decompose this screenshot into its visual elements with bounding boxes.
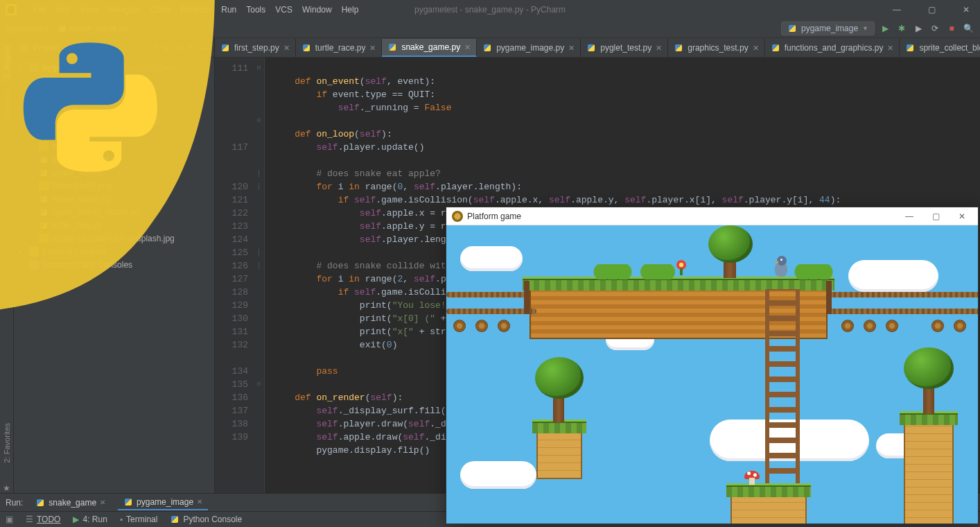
editor-tab[interactable]: pygame_image.py✕ bbox=[477, 39, 581, 57]
editor-tab[interactable]: turtle_race.py✕ bbox=[296, 39, 383, 57]
main-menu: File Edit View Navigate Code Refactor Ru… bbox=[33, 5, 358, 15]
tab-label: first_step.py bbox=[234, 43, 279, 53]
file-icon bbox=[39, 89, 49, 98]
menu-refactor[interactable]: Refactor bbox=[180, 5, 211, 15]
menu-code[interactable]: Code bbox=[150, 5, 170, 15]
tree-label: v2osk-1Z2niiBPg5A-unsplash.jpg bbox=[52, 234, 175, 243]
player-bird bbox=[771, 254, 791, 277]
tree-item[interactable]: intermed… …n_pygame.png bbox=[14, 113, 214, 126]
locate-icon[interactable]: ⊙ bbox=[175, 43, 182, 53]
status-run[interactable]: ▶4: Run bbox=[73, 515, 107, 524]
minimize-button[interactable]: — bbox=[899, 211, 920, 221]
tree-item[interactable]: graphic… bbox=[14, 100, 214, 113]
side-tab-favorites[interactable]: 2: Favorites bbox=[1, 420, 12, 465]
status-python-console[interactable]: Python Console bbox=[170, 515, 242, 524]
tree-item[interactable]: ▸venv bbox=[14, 74, 214, 87]
status-terminal[interactable]: ▪Terminal bbox=[120, 515, 158, 524]
collapse-icon[interactable]: ⊖ bbox=[163, 43, 170, 53]
editor-tab[interactable]: pyglet_test.py✕ bbox=[581, 39, 668, 57]
close-icon[interactable]: ✕ bbox=[887, 44, 893, 53]
menu-view[interactable]: View bbox=[80, 5, 98, 15]
debug-button[interactable]: ✱ bbox=[895, 22, 908, 35]
editor-tab[interactable]: sprite_collect_blocks.py✕ bbox=[900, 39, 980, 57]
menu-help[interactable]: Help bbox=[342, 5, 359, 15]
menu-navigate[interactable]: Navigate bbox=[108, 5, 141, 15]
crumb-file[interactable]: snake_game.py bbox=[69, 24, 128, 33]
side-tab-project[interactable]: 1: Project bbox=[1, 44, 12, 81]
editor-tab[interactable]: snake_game.py✕ bbox=[382, 39, 477, 57]
menu-edit[interactable]: Edit bbox=[56, 5, 71, 15]
tree-item[interactable]: pyglet_test.py bbox=[14, 166, 214, 179]
tree-label: pygametest bbox=[42, 62, 89, 72]
close-icon[interactable]: ✕ bbox=[464, 43, 471, 52]
chevron-icon: ▸ bbox=[29, 77, 35, 84]
python-file-icon bbox=[387, 42, 397, 52]
close-icon[interactable]: ✕ bbox=[100, 499, 105, 506]
project-tree: ▾ pygametest ~/anaconda3/pygam ▸venv…gra… bbox=[14, 58, 214, 274]
game-titlebar[interactable]: Platform game — ▢ ✕ bbox=[446, 207, 978, 225]
hide-icon[interactable]: — bbox=[200, 43, 209, 53]
search-everywhere-icon[interactable]: 🔍 bbox=[962, 22, 974, 35]
tree-item[interactable]: kivy_test.py bbox=[14, 126, 214, 139]
game-title: Platform game bbox=[467, 211, 521, 221]
stop-button[interactable]: ■ bbox=[945, 22, 958, 35]
coverage-button[interactable]: ▶ bbox=[912, 22, 925, 35]
file-icon bbox=[39, 207, 49, 217]
menu-run[interactable]: Run bbox=[221, 5, 236, 15]
run-tab-snake[interactable]: snake_game ✕ bbox=[30, 496, 111, 510]
tree-external-libs[interactable]: ▸ External Libraries bbox=[14, 245, 214, 258]
tree-item[interactable]: v2osk-1Z2niiBPg5A-unsplash.jpg bbox=[14, 232, 214, 245]
side-tab-structure[interactable]: 7: Structure bbox=[1, 88, 12, 133]
breadcrumb: pygametest › snake_game.py bbox=[6, 24, 128, 33]
run-button[interactable]: ▶ bbox=[879, 22, 891, 35]
tool-window-toggle-icon[interactable]: ▣ bbox=[6, 515, 13, 524]
menu-vcs[interactable]: VCS bbox=[275, 5, 292, 15]
maximize-button[interactable]: ▢ bbox=[918, 0, 945, 19]
run-tab-pygame-image[interactable]: pygame_image ✕ bbox=[118, 495, 208, 510]
tree-item[interactable]: … bbox=[14, 87, 214, 100]
tree-root[interactable]: ▾ pygametest ~/anaconda3/pygam bbox=[14, 60, 214, 74]
tree-scratches[interactable]: Scratches and Consoles bbox=[14, 258, 214, 271]
minimize-button[interactable]: — bbox=[883, 0, 911, 19]
python-file-icon bbox=[123, 497, 133, 507]
status-todo[interactable]: ☰TODO bbox=[26, 515, 60, 524]
star-icon[interactable]: ★ bbox=[3, 483, 10, 493]
chevron-down-icon[interactable]: ▼ bbox=[152, 44, 159, 51]
close-button[interactable]: ✕ bbox=[952, 0, 980, 19]
python-file-icon bbox=[482, 43, 492, 53]
settings-icon[interactable]: ✶ bbox=[188, 43, 195, 53]
library-icon bbox=[29, 247, 39, 257]
close-icon[interactable]: ✕ bbox=[656, 44, 662, 53]
close-icon[interactable]: ✕ bbox=[753, 44, 759, 53]
tree-item[interactable]: pygame_image.py bbox=[14, 153, 214, 166]
run-config-selector[interactable]: pygame_image ▼ bbox=[781, 21, 875, 35]
tree-item[interactable]: logo32x32.png bbox=[14, 139, 214, 153]
pygame-icon bbox=[452, 211, 463, 222]
close-icon[interactable]: ✕ bbox=[197, 498, 202, 506]
run-tab-label: pygame_image bbox=[137, 497, 193, 507]
tree-label: Scratches and Consoles bbox=[42, 260, 132, 270]
menu-file[interactable]: File bbox=[33, 5, 46, 15]
tree-item[interactable]: turtle_race.py bbox=[14, 218, 214, 232]
tree-label: pyglet_test.py bbox=[52, 168, 103, 178]
tree-item[interactable]: Smile50x50.png bbox=[14, 179, 214, 192]
crumb-project[interactable]: pygametest bbox=[6, 24, 49, 33]
editor-tab[interactable]: functions_and_graphics.py✕ bbox=[765, 39, 900, 57]
close-icon[interactable]: ✕ bbox=[369, 44, 376, 53]
close-icon[interactable]: ✕ bbox=[568, 44, 575, 53]
profile-button[interactable]: ⟳ bbox=[929, 22, 941, 35]
file-icon bbox=[39, 141, 49, 151]
editor-tab[interactable]: first_step.py✕ bbox=[215, 39, 296, 57]
scratches-icon bbox=[29, 260, 39, 270]
tree-item[interactable]: snake_game.py bbox=[14, 192, 214, 205]
close-icon[interactable]: ✕ bbox=[283, 44, 290, 53]
menu-tools[interactable]: Tools bbox=[246, 5, 265, 15]
close-button[interactable]: ✕ bbox=[952, 211, 972, 221]
tree-item[interactable]: sprite_collect_blocks.py bbox=[14, 205, 214, 218]
menu-window[interactable]: Window bbox=[302, 5, 332, 15]
python-file-icon bbox=[220, 43, 230, 53]
maximize-button[interactable]: ▢ bbox=[925, 211, 946, 221]
editor-tab[interactable]: graphics_test.py✕ bbox=[668, 39, 764, 57]
navbar: pygametest › snake_game.py pygame_image … bbox=[0, 19, 980, 38]
project-panel: Project ▼ ⊖ ⊙ ✶ — ▾ pygametest ~/anacond… bbox=[14, 38, 215, 493]
